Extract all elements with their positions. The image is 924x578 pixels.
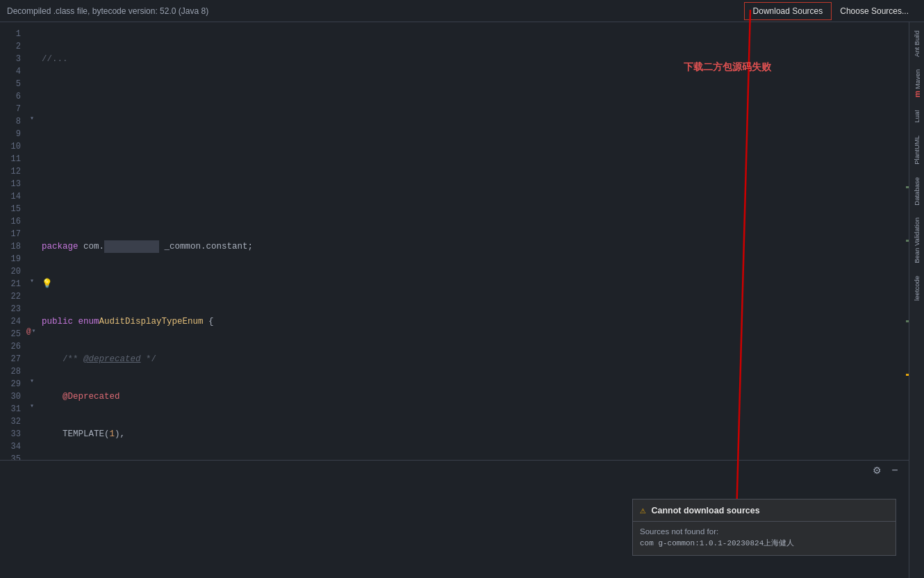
code-line-8: public enum AuditDisplayTypeEnum { bbox=[39, 315, 900, 328]
notification-panel: ⚠ Cannot download sources Sources not fo… bbox=[632, 499, 896, 556]
code-line-5 bbox=[39, 203, 900, 215]
sidebar-tab-maven[interactable]: m Maven bbox=[911, 64, 923, 103]
fold-icon-31[interactable]: ▾ bbox=[30, 400, 34, 413]
notification-body: Sources not found for: com g-common:1.0.… bbox=[633, 522, 896, 555]
code-line-10: @Deprecated bbox=[39, 390, 900, 403]
sidebar-tab-database[interactable]: Database bbox=[911, 172, 922, 211]
right-sidebar: Ant Build m Maven Lua! PlantUML Database… bbox=[909, 22, 924, 578]
code-line-2 bbox=[39, 90, 900, 103]
sidebar-tab-bean-validation[interactable]: Bean Validation bbox=[911, 212, 922, 269]
top-bar: Decompiled .class file, bytecode version… bbox=[0, 0, 924, 22]
code-line-6: package com. _common.constant; bbox=[39, 240, 900, 253]
chinese-tooltip: 下载二方包源码失败 bbox=[684, 61, 771, 468]
gear-button[interactable]: ⚙ bbox=[870, 463, 884, 477]
notification-body-line2: com g-common:1.0.1-20230824上海健人 bbox=[640, 538, 889, 550]
download-sources-button[interactable]: Download Sources bbox=[744, 2, 832, 20]
fold-icon-29[interactable]: ▾ bbox=[30, 375, 34, 388]
code-line-3 bbox=[39, 128, 900, 140]
sidebar-tab-lua[interactable]: Lua! bbox=[911, 104, 922, 129]
sidebar-tab-plantuml[interactable]: PlantUML bbox=[911, 130, 922, 170]
choose-sources-button[interactable]: Choose Sources... bbox=[832, 2, 917, 20]
code-line-1: //... bbox=[39, 53, 900, 65]
sidebar-tab-leetcode[interactable]: leetcode bbox=[911, 270, 922, 306]
code-line-4 bbox=[39, 165, 900, 178]
at-symbol-25: @ bbox=[26, 325, 31, 338]
minimize-button[interactable]: − bbox=[888, 463, 902, 477]
code-line-11: TEMPLATE(1), bbox=[39, 428, 900, 440]
code-line-7: 💡 bbox=[39, 278, 900, 290]
notification-body-line1: Sources not found for: bbox=[640, 526, 889, 538]
fold-icon-25[interactable]: ▾ bbox=[32, 325, 36, 338]
sidebar-tab-ant-build[interactable]: Ant Build bbox=[911, 25, 922, 63]
top-bar-title: Decompiled .class file, bytecode version… bbox=[7, 6, 744, 16]
fold-icon-8[interactable]: ▾ bbox=[30, 113, 34, 125]
fold-icon-21[interactable]: ▾ bbox=[30, 275, 34, 288]
notification-header: ⚠ Cannot download sources bbox=[633, 499, 896, 522]
notification-title: Cannot download sources bbox=[651, 506, 759, 515]
warning-icon: ⚠ bbox=[640, 504, 645, 516]
code-line-9: /** @deprecated */ bbox=[39, 353, 900, 365]
